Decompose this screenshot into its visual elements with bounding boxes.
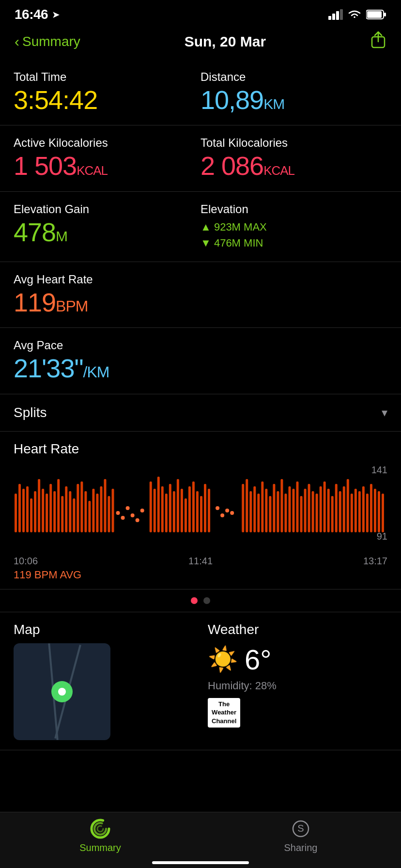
svg-rect-50 [188, 486, 191, 532]
svg-rect-95 [378, 491, 380, 532]
svg-rect-87 [347, 479, 349, 532]
elevation-gain-label: Elevation Gain [14, 202, 200, 216]
svg-rect-73 [292, 489, 294, 532]
status-bar: 16:46 ➤ [0, 0, 401, 26]
svg-rect-33 [112, 489, 114, 532]
chart-min-label: 91 [377, 531, 387, 542]
back-button[interactable]: ‹ Summary [15, 33, 80, 50]
svg-rect-80 [320, 486, 322, 532]
distance-value: 10,89KM [200, 86, 387, 114]
svg-rect-26 [84, 491, 87, 532]
total-time-value: 3:54:42 [14, 86, 200, 114]
svg-rect-53 [200, 496, 202, 532]
weather-channel-badge: TheWeatherChannel [208, 698, 240, 728]
svg-rect-84 [335, 484, 338, 532]
map-title: Map [14, 622, 193, 637]
svg-rect-82 [327, 489, 330, 532]
svg-rect-86 [343, 486, 345, 532]
activity-rings-icon [90, 818, 111, 839]
time-distance-row: Total Time 3:54:42 Distance 10,89KM [0, 60, 401, 125]
svg-point-39 [140, 509, 144, 512]
svg-point-37 [131, 513, 135, 517]
weather-cell: Weather ☀️ 6° Humidity: 28% TheWeatherCh… [208, 622, 387, 740]
svg-rect-66 [265, 489, 267, 532]
svg-rect-52 [196, 491, 199, 532]
total-kcal-value: 2 086KCAL [200, 152, 387, 180]
map-pin-inner [58, 688, 66, 696]
weather-title: Weather [208, 622, 387, 637]
svg-rect-46 [173, 491, 175, 532]
heart-rate-value: 119BPM [14, 288, 387, 317]
svg-point-35 [121, 516, 125, 520]
svg-rect-94 [374, 489, 376, 532]
tab-sharing[interactable]: S Sharing [200, 818, 401, 853]
weather-temperature: 6° [245, 643, 271, 676]
elevation-label: Elevation [200, 202, 387, 216]
elevation-gain-value: 478M [14, 218, 200, 247]
wifi-icon [348, 9, 361, 20]
svg-rect-45 [169, 484, 171, 532]
svg-point-57 [220, 513, 224, 517]
svg-rect-24 [77, 484, 79, 532]
svg-point-38 [136, 518, 139, 522]
map-weather-row: Map Weather ☀️ 6° Humidity: 28% TheWeath… [0, 612, 401, 750]
svg-rect-43 [161, 486, 164, 532]
active-kcal-cell: Active Kilocalories 1 503KCAL [14, 136, 200, 180]
svg-point-56 [216, 506, 219, 510]
tab-summary[interactable]: Summary [0, 818, 200, 853]
svg-rect-16 [46, 494, 48, 532]
svg-rect-18 [53, 491, 56, 532]
svg-rect-22 [69, 491, 71, 532]
share-button[interactable] [370, 31, 386, 52]
svg-rect-9 [18, 484, 21, 532]
tab-summary-label: Summary [79, 842, 121, 853]
back-label: Summary [22, 34, 80, 49]
tab-sharing-label: Sharing [284, 842, 318, 853]
svg-rect-6 [367, 11, 382, 18]
tab-bar-spacer [0, 750, 401, 808]
svg-rect-76 [304, 489, 307, 532]
svg-rect-28 [92, 489, 94, 532]
svg-point-59 [230, 511, 234, 515]
heart-rate-label: Avg Heart Rate [14, 273, 387, 286]
svg-rect-92 [366, 494, 369, 532]
svg-rect-48 [181, 489, 183, 532]
weather-temp-row: ☀️ 6° [208, 643, 387, 676]
weather-humidity: Humidity: 28% [208, 680, 387, 692]
map-thumbnail [14, 643, 110, 740]
distance-label: Distance [200, 70, 387, 84]
chart-max-label: 141 [371, 465, 387, 476]
chart-avg-label: 119 BPM AVG [14, 569, 387, 581]
svg-rect-67 [269, 496, 271, 532]
chevron-down-icon: ▾ [382, 406, 387, 419]
elevation-gain-cell: Elevation Gain 478M [14, 202, 200, 251]
svg-rect-51 [192, 481, 195, 532]
chart-time-end: 13:17 [363, 556, 387, 567]
map-cell: Map [14, 622, 193, 740]
splits-row[interactable]: Splits ▾ [0, 394, 401, 432]
svg-rect-0 [328, 16, 331, 20]
page-dots [0, 589, 401, 612]
svg-rect-62 [249, 491, 252, 532]
svg-rect-20 [61, 496, 63, 532]
svg-rect-65 [261, 481, 263, 532]
svg-rect-2 [336, 11, 339, 20]
elevation-row: Elevation Gain 478M Elevation ▲ 923M MAX… [0, 192, 401, 262]
page-title: Sun, 20 Mar [185, 33, 266, 50]
dot-2 [203, 597, 210, 604]
svg-rect-13 [34, 491, 36, 532]
svg-rect-72 [288, 486, 291, 532]
dot-1 [191, 597, 198, 604]
home-indicator [152, 861, 249, 864]
svg-rect-70 [280, 479, 283, 532]
active-kcal-value: 1 503KCAL [14, 152, 200, 180]
svg-rect-41 [154, 489, 156, 532]
status-time: 16:46 [15, 7, 48, 22]
location-icon: ➤ [52, 9, 60, 20]
signal-icon [328, 9, 343, 20]
svg-rect-5 [384, 13, 386, 16]
sun-icon: ☀️ [208, 645, 238, 673]
svg-rect-93 [370, 484, 372, 532]
svg-rect-17 [49, 484, 52, 532]
distance-cell: Distance 10,89KM [200, 70, 387, 114]
